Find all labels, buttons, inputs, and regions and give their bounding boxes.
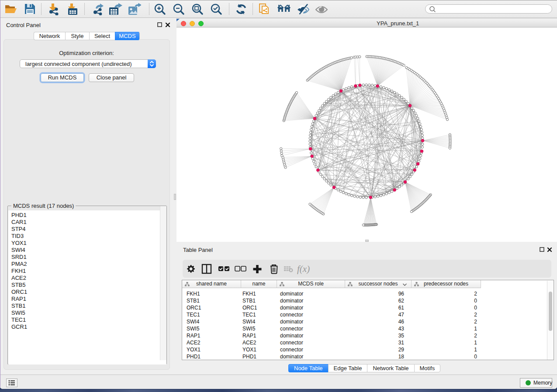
svg-text:f(x): f(x)	[297, 264, 310, 274]
